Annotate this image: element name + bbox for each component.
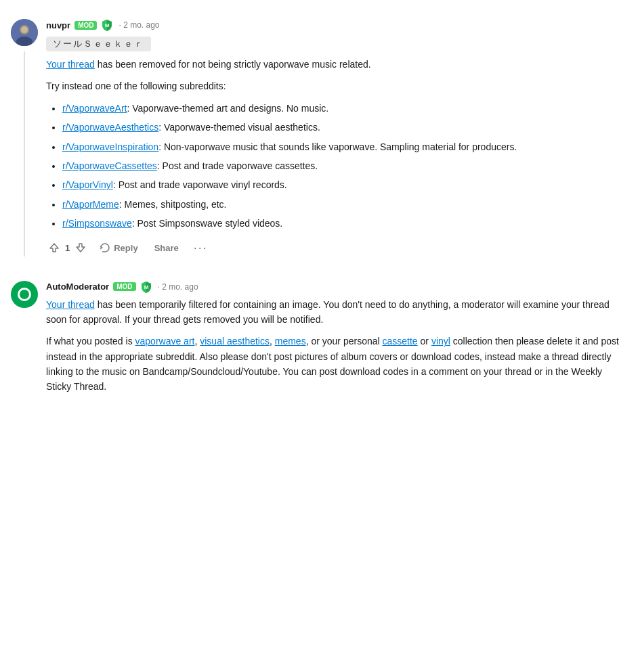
reply-label-nuvpr: Reply	[114, 243, 137, 253]
mod-badge-nuvpr: MOD	[74, 21, 97, 30]
body-intro-nuvpr: Your thread has been removed for not bei…	[46, 57, 629, 72]
thread-line-nuvpr	[24, 51, 25, 256]
vote-group-nuvpr: 1	[46, 240, 89, 256]
comment-header-auto: AutoModerator MOD M · 2 mo. ago	[46, 281, 629, 293]
memes-link[interactable]: memes	[275, 336, 306, 346]
comment-content-auto: AutoModerator MOD M · 2 mo. ago Your thr…	[46, 281, 629, 401]
avatar-auto-inner	[18, 288, 31, 301]
your-thread-link-auto[interactable]: Your thread	[46, 299, 95, 310]
separator	[0, 265, 640, 273]
upvote-button-nuvpr[interactable]	[46, 240, 62, 256]
auto-para-1: Your thread has been temporarily filtere…	[46, 297, 629, 328]
more-options-button-nuvpr[interactable]: ···	[190, 240, 212, 256]
auto-para-2: If what you posted is vaporwave art, vis…	[46, 334, 629, 395]
downvote-icon	[75, 242, 86, 253]
comment-nuvpr: nuvpr MOD M · 2 mo. ago ソールＳｅｅｋｅｒ Your t…	[0, 11, 640, 265]
reply-button-nuvpr[interactable]: Reply	[94, 240, 143, 256]
username-nuvpr: nuvpr	[46, 20, 70, 30]
list-item: r/VaporwaveCassettes: Post and trade vap…	[62, 158, 629, 173]
shield-icon-auto: M	[140, 281, 152, 293]
your-thread-link-1[interactable]: Your thread	[46, 59, 95, 70]
cassette-link[interactable]: cassette	[383, 336, 418, 346]
avatar-automoderator	[11, 281, 38, 308]
subreddit-link-3[interactable]: r/VaporwaveCassettes	[62, 160, 157, 171]
comment-automoderator: AutoModerator MOD M · 2 mo. ago Your thr…	[0, 273, 640, 409]
svg-point-3	[21, 26, 28, 33]
comment-left-auto	[11, 281, 38, 401]
svg-text:M: M	[144, 284, 148, 290]
list-item: r/Simpsonswave: Post Simpsonswave styled…	[62, 216, 629, 231]
action-bar-nuvpr: 1 Reply Share ···	[46, 240, 629, 256]
subreddit-link-4[interactable]: r/VaporVinyl	[62, 179, 113, 190]
subreddit-link-6[interactable]: r/Simpsonswave	[62, 218, 132, 229]
list-item: r/VaporwaveArt: Vaporwave-themed art and…	[62, 101, 629, 116]
vote-count-nuvpr: 1	[65, 243, 70, 253]
comment-body-nuvpr: Your thread has been removed for not bei…	[46, 57, 629, 231]
auto-para-1-text: has been temporarily filtered for contai…	[46, 299, 610, 325]
list-item: r/VaporwaveAesthetics: Vaporwave-themed …	[62, 120, 629, 135]
share-label-nuvpr: Share	[154, 243, 179, 253]
vaporwave-art-link[interactable]: vaporwave art	[135, 336, 195, 346]
timestamp-auto: · 2 mo. ago	[158, 282, 198, 292]
comment-content-nuvpr: nuvpr MOD M · 2 mo. ago ソールＳｅｅｋｅｒ Your t…	[46, 19, 629, 256]
mod-badge-auto: MOD	[113, 282, 135, 291]
shield-icon-nuvpr: M	[101, 19, 113, 31]
auto-para-2-prefix: If what you posted is	[46, 336, 135, 346]
list-item: r/VaporwaveInspiration: Non-vaporwave mu…	[62, 139, 629, 154]
downvote-button-nuvpr[interactable]	[72, 240, 89, 256]
comment-left-nuvpr	[11, 19, 38, 256]
comment-body-auto: Your thread has been temporarily filtere…	[46, 297, 629, 395]
subreddit-link-5[interactable]: r/VaporMeme	[62, 199, 119, 210]
list-item: r/VaporMeme: Memes, shitposting, etc.	[62, 197, 629, 212]
svg-text:M: M	[105, 22, 110, 28]
list-item: r/VaporVinyl: Post and trade vaporwave v…	[62, 177, 629, 192]
avatar-nuvpr	[11, 19, 38, 46]
body-intro-text: has been removed for not being strictly …	[98, 59, 371, 70]
visual-aesthetics-link[interactable]: visual aesthetics	[200, 336, 270, 346]
comment-header-nuvpr: nuvpr MOD M · 2 mo. ago	[46, 19, 629, 31]
subreddit-link-1[interactable]: r/VaporwaveAesthetics	[62, 122, 158, 133]
timestamp-nuvpr: · 2 mo. ago	[119, 20, 159, 30]
subreddit-link-2[interactable]: r/VaporwaveInspiration	[62, 141, 158, 152]
japanese-tag-nuvpr: ソールＳｅｅｋｅｒ	[46, 37, 151, 51]
vinyl-link[interactable]: vinyl	[431, 336, 450, 346]
username-automoderator: AutoModerator	[46, 282, 109, 292]
body-sub-intro: Try instead one of the following subredd…	[46, 79, 629, 93]
subreddit-list: r/VaporwaveArt: Vaporwave-themed art and…	[46, 101, 629, 231]
upvote-icon	[49, 242, 60, 253]
reply-icon	[100, 242, 110, 253]
share-button-nuvpr[interactable]: Share	[149, 240, 184, 256]
subreddit-link-0[interactable]: r/VaporwaveArt	[62, 103, 127, 114]
